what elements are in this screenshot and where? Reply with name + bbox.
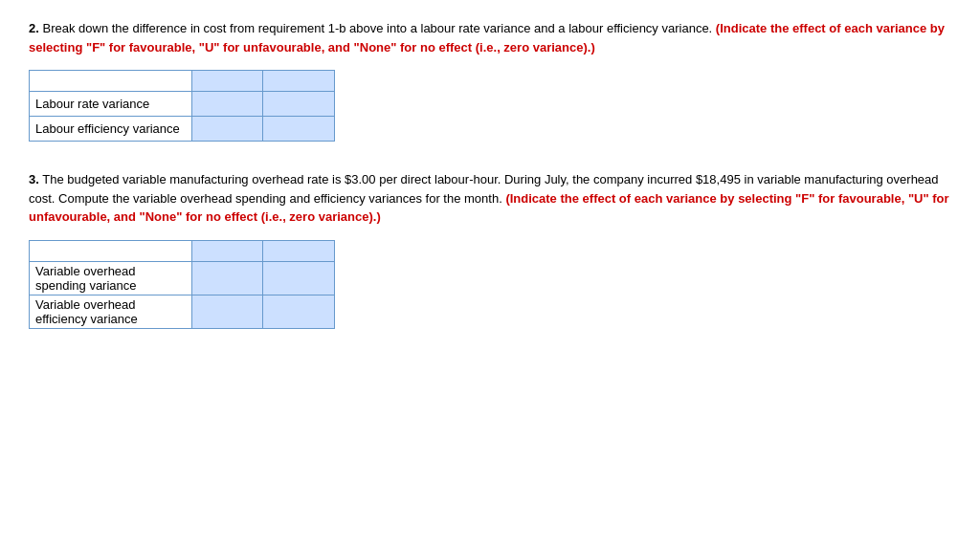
table-row: Variable overhead spending variance — [30, 261, 335, 295]
table-header-row — [30, 71, 335, 92]
header-col1 — [191, 240, 263, 261]
header-label — [30, 71, 192, 92]
labour-efficiency-input-2[interactable] — [263, 117, 335, 142]
header-col2 — [263, 240, 335, 261]
question-2-plain: Break down the difference in cost from r… — [42, 21, 715, 35]
labour-efficiency-label: Labour efficiency variance — [30, 117, 192, 142]
table-row: Variable overhead efficiency variance — [30, 295, 335, 328]
overhead-spending-input-2[interactable] — [263, 261, 335, 295]
header-col2 — [263, 71, 335, 92]
question-2-text: 2. Break down the difference in cost fro… — [29, 19, 951, 56]
section-2-table: Labour rate variance Labour efficiency v… — [29, 70, 335, 142]
table-row: Labour efficiency variance — [30, 117, 335, 142]
table-header-row — [30, 240, 335, 261]
section-3: 3. The budgeted variable manufacturing o… — [29, 170, 951, 329]
overhead-efficiency-input-1[interactable] — [191, 295, 263, 328]
labour-rate-input-1[interactable] — [191, 92, 263, 117]
labour-efficiency-input-1[interactable] — [191, 117, 263, 142]
question-3-number: 3. — [29, 172, 39, 186]
overhead-efficiency-label: Variable overhead efficiency variance — [30, 295, 192, 328]
labour-rate-label: Labour rate variance — [30, 92, 192, 117]
header-col1 — [191, 71, 263, 92]
question-2-number: 2. — [29, 21, 39, 35]
overhead-spending-label: Variable overhead spending variance — [30, 261, 192, 295]
question-3-text: 3. The budgeted variable manufacturing o… — [29, 170, 951, 227]
header-label — [30, 240, 192, 261]
table-row: Labour rate variance — [30, 92, 335, 117]
section-3-table: Variable overhead spending variance Vari… — [29, 240, 335, 329]
section-2: 2. Break down the difference in cost fro… — [29, 19, 951, 142]
overhead-efficiency-input-2[interactable] — [263, 295, 335, 328]
overhead-spending-input-1[interactable] — [191, 261, 263, 295]
labour-rate-input-2[interactable] — [263, 92, 335, 117]
